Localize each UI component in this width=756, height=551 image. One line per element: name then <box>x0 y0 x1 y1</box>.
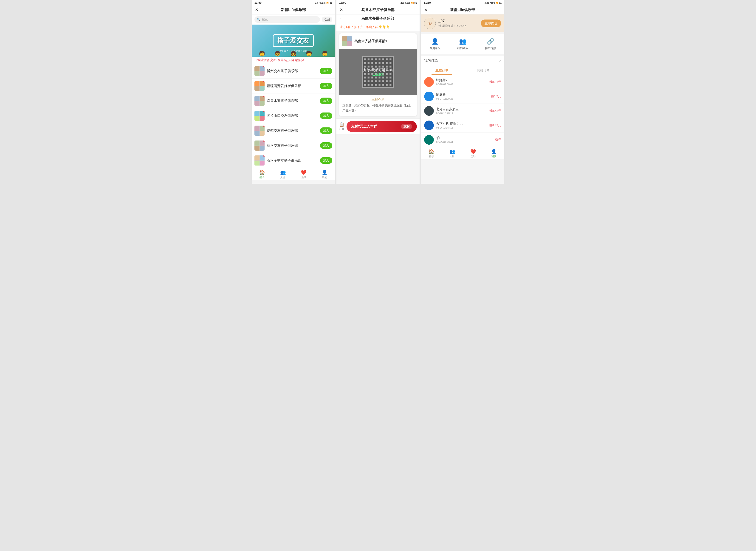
avatar-grid-item <box>255 140 265 151</box>
back-button[interactable]: ← <box>340 17 343 21</box>
join-button[interactable]: 加入 <box>320 127 332 134</box>
avatar-grid-item <box>255 126 265 136</box>
club-info: 博州交友搭子俱乐部 <box>267 69 318 73</box>
club-info: 阿拉山口交友俱乐部 <box>267 114 318 118</box>
page-title-1: 新疆Life俱乐部 <box>281 8 306 12</box>
list-item: 精河交友搭子俱乐部 加入 <box>252 138 335 153</box>
avatar-c4 <box>260 101 265 106</box>
nav-item-0[interactable]: 🏠 搭子 <box>252 170 273 179</box>
avatar-c1 <box>255 126 260 131</box>
qr-area: 支付2元后可进群 点 击支付> <box>339 49 417 95</box>
avatar-c1 <box>255 96 260 101</box>
avatar-ita-badge: iTA <box>424 18 436 29</box>
menu-item-2[interactable]: 🔗 推广链接 <box>476 38 504 50</box>
avatar-c3 <box>255 71 260 76</box>
group-card-name: 乌鲁木齐搭子俱乐部1 <box>354 39 387 43</box>
nav3-label-3: 我的 <box>491 155 496 158</box>
menu-item-0[interactable]: 👤 专属海报 <box>421 38 449 50</box>
nav3-icon-2: ❤️ <box>470 149 476 154</box>
tab-1[interactable]: 间推订单 <box>463 66 504 75</box>
user-name: _07 <box>438 19 466 23</box>
order-time: 08-25 01:23:41 <box>436 141 453 143</box>
avatar-c3 <box>255 146 260 151</box>
battery-3: 81 <box>499 2 501 4</box>
club-name: 阿拉山口交友俱乐部 <box>267 114 318 118</box>
avatar-c4 <box>260 71 265 76</box>
tab-0[interactable]: 直推订单 <box>421 66 462 75</box>
order-user-name: ঠ৫於美ʕ <box>436 78 453 82</box>
order-earn-4: 赚元 <box>495 138 501 142</box>
time-2: 12:00 <box>339 1 346 4</box>
join-button[interactable]: 加入 <box>320 68 332 74</box>
header-2: ✕ 乌鲁木齐搭子俱乐部 ··· <box>336 6 420 14</box>
panel-group-detail: 12:00 226 KB/s 📶 81 ✕ 乌鲁木齐搭子俱乐部 ··· ← 乌鲁… <box>336 0 420 184</box>
order-info-2: 七分自在步后尘 08-26 15:48:14 <box>436 107 459 114</box>
wifi-icon-2: 📶 <box>411 2 414 4</box>
collect-button[interactable]: 收藏 <box>322 17 332 22</box>
nav-label-1: 人脉 <box>280 176 286 179</box>
nav3-item-3[interactable]: 👤 我的 <box>483 149 504 158</box>
time-1: 11:59 <box>255 1 262 4</box>
scrolling-text: 日常搭活动-交友-饭局-徒步-自驾游-摄 <box>252 57 335 64</box>
order-time: 08-28 01:30:49 <box>436 83 453 86</box>
more-button-1[interactable]: ··· <box>328 8 332 12</box>
pay-main-button[interactable]: 支付2元进入本群 支付 <box>347 121 417 132</box>
nav3-item-0[interactable]: 🏠 搭子 <box>421 149 442 158</box>
more-button-3[interactable]: ··· <box>498 8 501 12</box>
nav-item-1[interactable]: 👥 人脉 <box>273 170 294 179</box>
order-section[interactable]: 我的订单 > <box>421 56 504 66</box>
order-time: 08-26 14:48:16 <box>436 126 463 129</box>
nav-icon-1: 👥 <box>280 170 286 175</box>
more-button-2[interactable]: ··· <box>413 8 416 12</box>
withdraw-button[interactable]: 立即提现 <box>481 20 501 27</box>
nav-item-2[interactable]: ❤️ 活动 <box>293 170 314 179</box>
close-button-1[interactable]: ✕ <box>255 7 258 12</box>
join-button[interactable]: 加入 <box>320 98 332 104</box>
avatar-cell-4 <box>347 41 352 46</box>
panel-club-list: 11:59 13.7 KB/s 📶 81 ✕ 新疆Life俱乐部 ··· 🔍 搜… <box>252 0 335 184</box>
join-button[interactable]: 加入 <box>320 83 332 89</box>
join-button[interactable]: 加入 <box>320 142 332 149</box>
join-button[interactable]: 加入 <box>320 157 332 164</box>
avatar-cell-1 <box>342 36 347 41</box>
tabs-bar: 直推订单间推订单 <box>421 66 504 75</box>
nav3-label-2: 活动 <box>470 155 476 158</box>
nav3-icon-1: 👥 <box>449 149 455 154</box>
avatar-c3 <box>255 86 260 91</box>
avatar-grid-item <box>255 155 265 165</box>
join-button[interactable]: 加入 <box>320 112 332 119</box>
nav-label-2: 活动 <box>301 176 306 179</box>
order-button[interactable]: 📋 订单 <box>339 122 344 131</box>
menu-item-1[interactable]: 👥 我的团队 <box>449 38 476 50</box>
status-bar-1: 11:59 13.7 KB/s 📶 81 <box>252 0 335 6</box>
club-name: 新疆萌宠爱好者俱乐部 <box>267 84 318 88</box>
search-input[interactable]: 🔍 搜索 <box>255 16 320 23</box>
order-avatar-1 <box>424 92 434 101</box>
avatar-cell-3 <box>342 41 347 46</box>
person-icon-3: 👧 <box>290 51 297 57</box>
group-card-avatar <box>342 36 352 46</box>
qr-pay-link[interactable]: 击支付> <box>372 72 384 76</box>
avatar-grid-item <box>255 96 265 106</box>
order-user-name: 千山 <box>436 136 453 140</box>
section-title-text: 本群介绍 <box>372 98 384 102</box>
nav-label-0: 搭子 <box>260 176 265 179</box>
nav-item-3[interactable]: 👤 我的 <box>314 170 335 179</box>
nav3-label-1: 人脉 <box>450 155 455 158</box>
avatar-c4 <box>260 146 265 151</box>
search-placeholder: 搜索 <box>262 17 268 22</box>
user-balance: 待提现收益：¥ 27.45 <box>438 24 466 28</box>
order-earn-1: 赚1.7元 <box>491 94 501 98</box>
club-name: 伊犁交友搭子俱乐部 <box>267 128 318 133</box>
close-button-3[interactable]: ✕ <box>424 7 428 12</box>
close-button-2[interactable]: ✕ <box>340 7 343 12</box>
battery-2: 81 <box>414 2 417 4</box>
signal-3: 3.28 KB/s <box>484 2 495 4</box>
avatar-c3 <box>255 116 260 121</box>
avatar-grid <box>342 36 352 46</box>
order-avatar-0 <box>424 77 434 87</box>
club-info: 精河交友搭子俱乐部 <box>267 143 318 148</box>
qr-pay-text: 支付2元后可进群 点 <box>363 68 393 72</box>
nav3-item-2[interactable]: ❤️ 活动 <box>463 149 484 158</box>
nav3-item-1[interactable]: 👥 人脉 <box>442 149 463 158</box>
